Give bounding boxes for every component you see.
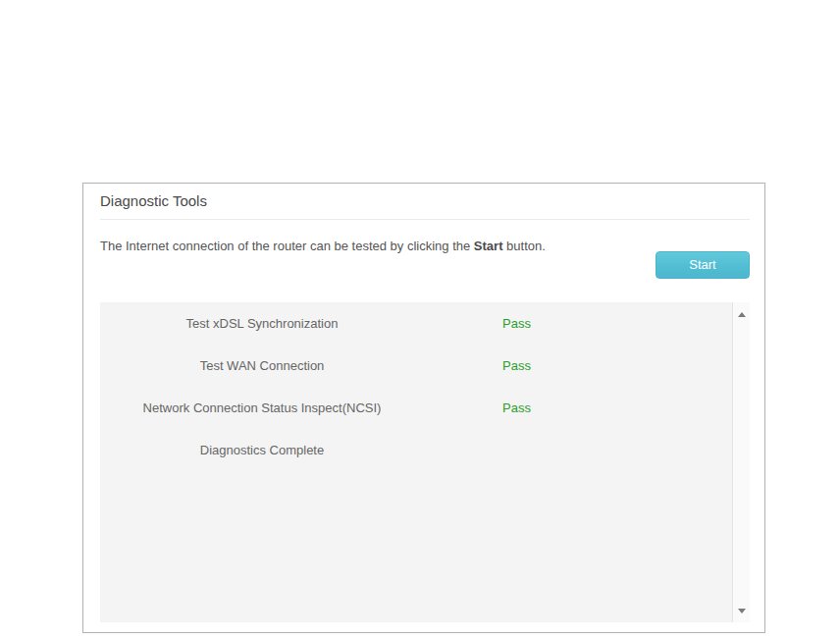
description-text: The Internet connection of the router ca…	[100, 239, 546, 253]
scroll-down-arrow-icon	[738, 609, 746, 613]
result-status: Pass	[502, 345, 531, 387]
description-prefix: The Internet connection of the router ca…	[100, 239, 474, 253]
result-row: Network Connection Status Inspect(NCSI) …	[100, 387, 732, 429]
result-label: Diagnostics Complete	[100, 429, 424, 471]
result-label: Network Connection Status Inspect(NCSI)	[100, 387, 424, 429]
result-row: Test xDSL Synchronization Pass	[100, 302, 732, 345]
scroll-up-arrow[interactable]	[733, 306, 750, 322]
diagnostic-tools-panel: Diagnostic Tools The Internet connection…	[82, 183, 765, 633]
results-list: Test xDSL Synchronization Pass Test WAN …	[100, 302, 732, 622]
results-scrollbar[interactable]	[732, 302, 750, 622]
title-divider	[100, 219, 750, 220]
result-status: Pass	[502, 387, 531, 429]
result-status: Pass	[502, 302, 531, 345]
scroll-down-arrow[interactable]	[733, 603, 750, 618]
start-button[interactable]: Start	[656, 251, 750, 279]
result-row: Diagnostics Complete	[100, 429, 732, 471]
results-panel: Test xDSL Synchronization Pass Test WAN …	[100, 302, 750, 622]
scroll-up-arrow-icon	[738, 312, 746, 317]
result-row: Test WAN Connection Pass	[100, 345, 732, 387]
page-title: Diagnostic Tools	[100, 192, 207, 209]
result-label: Test WAN Connection	[100, 345, 424, 387]
result-label: Test xDSL Synchronization	[100, 302, 424, 345]
description-suffix: button.	[502, 239, 545, 253]
description-bold-word: Start	[474, 239, 503, 253]
